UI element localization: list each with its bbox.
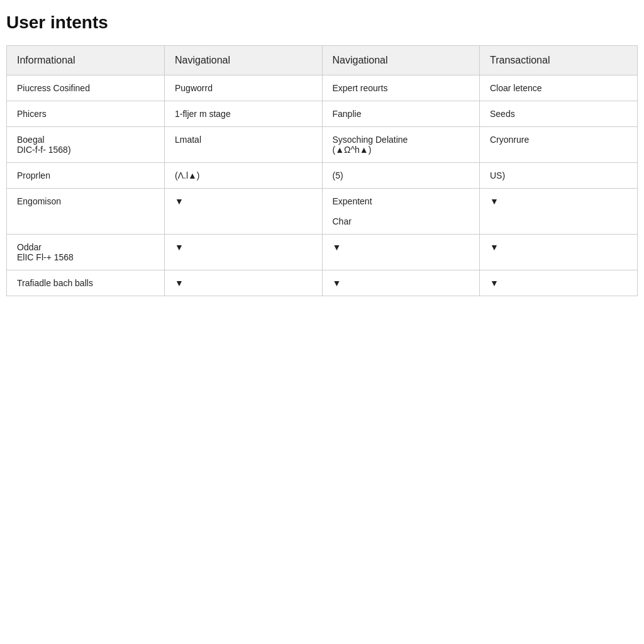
table-cell-r1-c3: Seeds bbox=[480, 101, 638, 127]
cell-text: Oddar ElIC Fl-+ 1568 bbox=[17, 242, 74, 262]
cell-text: ▼ bbox=[490, 196, 499, 206]
cell-text: (5) bbox=[333, 170, 343, 180]
table-row: Piucress CosifinedPugworrdExpert reourts… bbox=[7, 75, 637, 101]
cell-text: Seeds bbox=[490, 109, 515, 119]
table-cell-r4-c0: Engomison bbox=[7, 189, 165, 235]
cell-text: Engomison bbox=[17, 196, 61, 206]
cell-text: ▼ bbox=[333, 278, 341, 288]
table-cell-r6-c1: ▼ bbox=[165, 270, 323, 296]
cell-text: ▼ bbox=[333, 242, 341, 252]
table-cell-r1-c1: 1-fljer m stage bbox=[165, 101, 323, 127]
table-cell-r2-c2: Sysoching Delatine (▲Ω^h▲) bbox=[322, 127, 480, 163]
table-cell-r3-c1: (Λ.l▲) bbox=[165, 163, 323, 189]
cell-text: ▼ bbox=[175, 278, 184, 288]
table-header-row: Informational Navigational Navigational … bbox=[7, 46, 637, 75]
table-cell-r2-c1: Lmatal bbox=[165, 127, 323, 163]
cell-text: Cryonrure bbox=[490, 135, 529, 145]
cell-text: Lmatal bbox=[175, 135, 201, 145]
table-cell-r3-c2: (5) bbox=[322, 163, 480, 189]
cell-text: Fanplie bbox=[333, 109, 362, 119]
cell-text: ▼ bbox=[175, 242, 184, 252]
table-cell-r0-c0: Piucress Cosifined bbox=[7, 75, 165, 101]
page-title: User intents bbox=[6, 13, 638, 33]
table-row: Phicers1-fljer m stageFanplieSeeds bbox=[7, 101, 637, 127]
cell-text: ▼ bbox=[175, 196, 184, 206]
table-cell-r3-c0: Proprlen bbox=[7, 163, 165, 189]
table-cell-r1-c2: Fanplie bbox=[322, 101, 480, 127]
table-cell-r4-c1: ▼ bbox=[165, 189, 323, 235]
cell-text: Phicers bbox=[17, 109, 47, 119]
table-row: Trafiadle bach balls▼▼▼ bbox=[7, 270, 637, 296]
table-row: Proprlen(Λ.l▲)(5)US) bbox=[7, 163, 637, 189]
header-navigational-2: Navigational bbox=[322, 46, 480, 75]
cell-text: US) bbox=[490, 170, 505, 180]
user-intents-table: Informational Navigational Navigational … bbox=[6, 45, 638, 296]
table-cell-r3-c3: US) bbox=[480, 163, 638, 189]
table-cell-r0-c2: Expert reourts bbox=[322, 75, 480, 101]
table-cell-r1-c0: Phicers bbox=[7, 101, 165, 127]
table-cell-r6-c2: ▼ bbox=[322, 270, 480, 296]
table-cell-r5-c2: ▼ bbox=[322, 235, 480, 270]
cell-text: Expentent Char bbox=[333, 196, 372, 226]
table-cell-r0-c3: Cloar letence bbox=[480, 75, 638, 101]
table-cell-r6-c3: ▼ bbox=[480, 270, 638, 296]
cell-text: Expert reourts bbox=[333, 83, 388, 93]
table-cell-r2-c0: Boegal DIC-f-f- 1568) bbox=[7, 127, 165, 163]
table-row: Boegal DIC-f-f- 1568)LmatalSysoching Del… bbox=[7, 127, 637, 163]
table-cell-r6-c0: Trafiadle bach balls bbox=[7, 270, 165, 296]
table-cell-r5-c0: Oddar ElIC Fl-+ 1568 bbox=[7, 235, 165, 270]
cell-text: Trafiadle bach balls bbox=[17, 278, 93, 288]
table-cell-r5-c3: ▼ bbox=[480, 235, 638, 270]
table-row: Oddar ElIC Fl-+ 1568▼▼▼ bbox=[7, 235, 637, 270]
table-cell-r0-c1: Pugworrd bbox=[165, 75, 323, 101]
cell-text: ▼ bbox=[490, 278, 499, 288]
cell-text: Piucress Cosifined bbox=[17, 83, 90, 93]
cell-text: (Λ.l▲) bbox=[175, 170, 200, 180]
cell-text: Boegal DIC-f-f- 1568) bbox=[17, 135, 71, 155]
cell-text: Pugworrd bbox=[175, 83, 213, 93]
header-navigational-1: Navigational bbox=[165, 46, 323, 75]
header-transactional: Transactional bbox=[480, 46, 638, 75]
cell-text: Proprlen bbox=[17, 170, 50, 180]
header-informational: Informational bbox=[7, 46, 165, 75]
cell-text: Sysoching Delatine (▲Ω^h▲) bbox=[333, 135, 408, 155]
table-cell-r5-c1: ▼ bbox=[165, 235, 323, 270]
cell-text: Cloar letence bbox=[490, 83, 542, 93]
table-cell-r2-c3: Cryonrure bbox=[480, 127, 638, 163]
table-row: Engomison▼Expentent Char▼ bbox=[7, 189, 637, 235]
table-cell-r4-c3: ▼ bbox=[480, 189, 638, 235]
cell-text: 1-fljer m stage bbox=[175, 109, 231, 119]
cell-text: ▼ bbox=[490, 242, 499, 252]
table-cell-r4-c2: Expentent Char bbox=[322, 189, 480, 235]
